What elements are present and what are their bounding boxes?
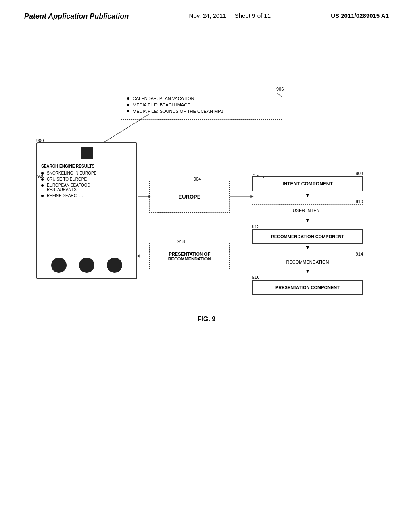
diagram-area: 906 CALENDAR: PLAN VACATION MEDIA FILE: … — [0, 25, 413, 509]
app-icon-3 — [107, 258, 122, 273]
app-icon-1 — [51, 258, 67, 273]
phone-top-bar — [81, 147, 93, 159]
publication-date-sheet: Nov. 24, 2011 Sheet 9 of 11 — [189, 12, 271, 19]
search-item-1: SNORKELING IN EUROPE — [41, 171, 132, 175]
presentation-component-box: PRESENTATION COMPONENT — [252, 280, 363, 295]
notif-item-1: CALENDAR: PLAN VACATION — [127, 96, 276, 101]
label-912-row: 912 — [252, 224, 363, 229]
notif-item-3: MEDIA FILE: SOUNDS OF THE OCEAN MP3 — [127, 109, 276, 114]
arrow-down-3: ▼ — [252, 244, 363, 251]
label-914: 914 — [356, 251, 363, 256]
intent-component-box: INTENT COMPONENT — [252, 176, 363, 191]
label-914-row: 914 — [252, 251, 363, 257]
search-item-3: EUROPEAN SEAFOOD RESTAURANTS — [41, 183, 132, 192]
label-912: 912 — [252, 224, 259, 229]
search-engine-results-title: SEARCH ENGINE RESULTS — [41, 164, 132, 168]
label-918: 918 — [177, 239, 185, 244]
recommendation-component-box: RECOMMENDATION COMPONENT — [252, 229, 363, 244]
sheet-info: Sheet 9 of 11 — [235, 12, 271, 19]
bullet-icon — [41, 195, 44, 197]
label-920: 920 — [37, 174, 44, 179]
label-908-row: 908 — [252, 170, 363, 176]
phone-device-box: SEARCH ENGINE RESULTS SNORKELING IN EURO… — [36, 142, 137, 279]
bullet-icon — [127, 97, 129, 100]
search-item-4: REFINE SEARCH... — [41, 193, 132, 198]
bullet-icon — [41, 184, 44, 187]
bullet-icon — [127, 104, 129, 106]
label-904: 904 — [194, 177, 201, 181]
label-916-row: 916 — [252, 274, 363, 280]
presentation-recommendation-box: PRESENTATION OF RECOMMENDATION — [149, 243, 230, 269]
recommendation-box: RECOMMENDATION — [252, 257, 363, 267]
page-header: Patent Application Publication Nov. 24, … — [0, 0, 413, 25]
arrow-down-4: ▼ — [252, 267, 363, 274]
arrow-down-2: ▼ — [252, 216, 363, 224]
bullet-icon — [127, 110, 129, 112]
label-910-row: 910 — [252, 199, 363, 204]
phone-bottom-icons — [37, 258, 136, 273]
fig-caption: FIG. 9 — [0, 316, 413, 323]
publication-date: Nov. 24, 2011 — [189, 12, 226, 19]
europe-box: EUROPE — [149, 181, 230, 213]
notification-box: CALENDAR: PLAN VACATION MEDIA FILE: BEAC… — [121, 90, 282, 120]
arrow-down-1: ▼ — [252, 191, 363, 199]
label-908: 908 — [356, 171, 363, 176]
phone-search-area: SEARCH ENGINE RESULTS SNORKELING IN EURO… — [37, 162, 136, 202]
notif-item-2: MEDIA FILE: BEACH IMAGE — [127, 102, 276, 107]
right-section: 908 INTENT COMPONENT ▼ 910 USER INTENT ▼… — [252, 170, 363, 295]
patent-number: US 2011/0289015 A1 — [331, 12, 389, 19]
search-item-2: CRUISE TO EUROPE — [41, 177, 132, 181]
publication-title: Patent Application Publication — [24, 12, 129, 21]
user-intent-box: USER INTENT — [252, 204, 363, 216]
label-916: 916 — [252, 275, 259, 280]
app-icon-2 — [79, 258, 94, 273]
label-910: 910 — [356, 199, 363, 204]
